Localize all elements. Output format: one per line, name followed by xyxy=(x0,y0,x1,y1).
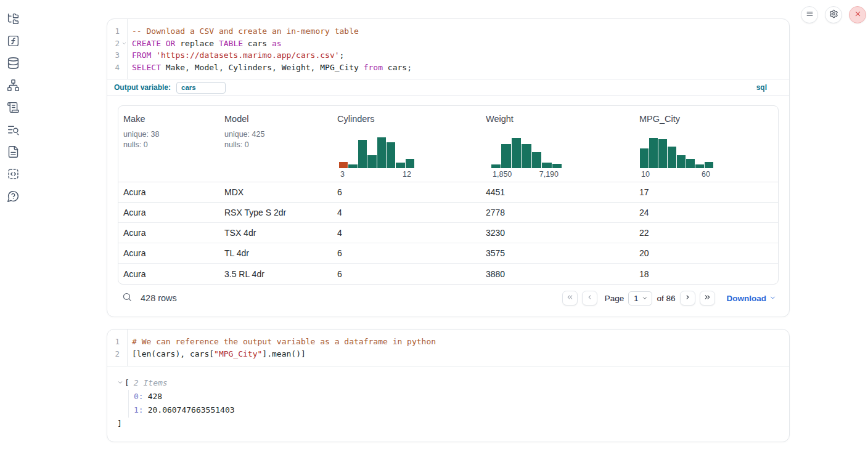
histogram-bar xyxy=(491,164,501,168)
sql-meta-row: Output variable: sql xyxy=(107,79,789,96)
histogram-bar xyxy=(377,137,386,168)
sidebar-item-datasources[interactable] xyxy=(6,57,20,71)
column-title: Cylinders xyxy=(337,114,374,124)
chevrons-right-icon xyxy=(703,293,711,303)
sidebar-item-snippets[interactable] xyxy=(6,168,20,182)
table-cell: 18 xyxy=(639,269,778,279)
folder-tree-icon xyxy=(7,12,20,27)
download-button[interactable]: Download xyxy=(727,294,777,303)
column-histogram: 1,8507,190 xyxy=(491,136,562,179)
histogram-bar xyxy=(396,163,404,168)
histogram-bar xyxy=(339,162,348,168)
table-row[interactable]: AcuraTL 4dr6357520 xyxy=(118,243,778,264)
sql-code-editor[interactable]: 1-- Download a CSV and create an in-memo… xyxy=(107,19,789,79)
column-stats: unique: 38nulls: 0 xyxy=(123,130,159,149)
output-variable-input[interactable] xyxy=(176,82,226,94)
menu-button[interactable] xyxy=(801,6,818,23)
hamburger-icon xyxy=(805,9,814,20)
histogram-bar xyxy=(640,148,649,168)
histogram-max-label: 7,190 xyxy=(539,170,559,179)
download-label: Download xyxy=(727,294,767,303)
sidebar-item-variables[interactable] xyxy=(6,34,20,49)
page-total-label: of 86 xyxy=(657,294,675,303)
table-cell: RSX Type S 2dr xyxy=(224,208,337,217)
table-cell: 6 xyxy=(337,248,486,258)
table-cell: 3575 xyxy=(486,248,639,258)
code-line[interactable]: 4SELECT Make, Model, Cylinders, Weight, … xyxy=(107,62,789,74)
pagination: Page 1 of 86 xyxy=(562,291,715,305)
chevron-right-icon xyxy=(684,293,692,303)
list-item-index: 0: xyxy=(134,392,144,401)
table-cell: 6 xyxy=(337,187,486,197)
chevrons-left-icon xyxy=(566,293,574,303)
table-cell: Acura xyxy=(123,187,224,197)
code-text: CREATE OR replace TABLE cars as xyxy=(127,38,282,50)
page-select[interactable]: 1 xyxy=(628,291,652,305)
column-header-make[interactable]: Makeunique: 38nulls: 0 xyxy=(123,106,224,182)
table-cell: TSX 4dr xyxy=(224,228,337,238)
column-header-weight[interactable]: Weight1,8507,190 xyxy=(486,106,639,182)
code-text: SELECT Make, Model, Cylinders, Weight, M… xyxy=(127,62,412,74)
histogram-bar xyxy=(668,147,676,168)
column-header-model[interactable]: Modelunique: 425nulls: 0 xyxy=(224,106,337,182)
first-page-button[interactable] xyxy=(562,291,578,305)
sidebar-item-scratchpad[interactable] xyxy=(6,101,20,115)
histogram-bar xyxy=(542,163,551,168)
python-code-editor[interactable]: 1# We can reference the output variable … xyxy=(107,330,789,366)
histogram-bar xyxy=(501,144,510,168)
histogram-bar xyxy=(658,139,667,168)
code-line[interactable]: 1-- Download a CSV and create an in-memo… xyxy=(107,25,789,38)
tree-collapse-toggle[interactable] xyxy=(117,378,125,387)
list-item: 0:428 xyxy=(134,390,779,404)
left-panel-sidebar xyxy=(0,0,26,204)
row-count: 428 rows xyxy=(141,293,177,303)
code-text: -- Download a CSV and create an in-memor… xyxy=(127,25,359,38)
sidebar-item-help[interactable] xyxy=(6,190,20,204)
chat-question-icon xyxy=(7,190,20,204)
settings-button[interactable] xyxy=(825,6,842,23)
column-stat: nulls: 0 xyxy=(123,140,159,149)
prev-page-button[interactable] xyxy=(582,291,597,305)
table-cell: Acura xyxy=(123,248,224,258)
histogram-bar xyxy=(512,138,521,168)
shutdown-button[interactable] xyxy=(849,6,866,23)
sidebar-item-file-explorer[interactable] xyxy=(6,12,20,26)
last-page-button[interactable] xyxy=(700,291,715,305)
output-variable-label: Output variable: xyxy=(114,83,171,92)
next-page-button[interactable] xyxy=(680,291,695,305)
histogram-bar xyxy=(649,138,658,168)
code-line[interactable]: 2CREATE OR replace TABLE cars as xyxy=(107,38,789,50)
sidebar-item-logs[interactable] xyxy=(6,123,20,137)
line-number: 4 xyxy=(115,62,127,74)
list-summary: 2 Items xyxy=(134,376,168,390)
sidebar-item-dependencies[interactable] xyxy=(6,79,20,93)
table-cell: 2778 xyxy=(486,208,639,217)
code-line[interactable]: 1# We can reference the output variable … xyxy=(107,336,789,348)
sql-cell: 1-- Download a CSV and create an in-memo… xyxy=(107,18,790,317)
python-cell: 1# We can reference the output variable … xyxy=(107,329,790,442)
column-header-cylinders[interactable]: Cylinders312 xyxy=(337,106,486,182)
code-square-icon xyxy=(7,168,20,182)
page-label: Page xyxy=(605,294,624,303)
table-cell: 17 xyxy=(639,187,778,197)
table-cell: Acura xyxy=(123,208,224,217)
column-title: MPG_City xyxy=(639,114,680,124)
sidebar-item-documentation[interactable] xyxy=(6,145,20,160)
histogram-bar xyxy=(695,164,704,168)
list-item-value: 20.060747663551403 xyxy=(148,405,235,415)
code-line[interactable]: 2[len(cars), cars["MPG_City"].mean()] xyxy=(107,348,789,360)
code-line[interactable]: 3FROM 'https://datasets.marimo.app/cars.… xyxy=(107,49,789,62)
table-cell: 3.5 RL 4dr xyxy=(224,269,337,279)
table-row[interactable]: Acura3.5 RL 4dr6388018 xyxy=(118,264,778,284)
histogram-bar xyxy=(358,140,367,168)
function-square-icon xyxy=(7,34,20,49)
table-row[interactable]: AcuraMDX6445117 xyxy=(118,182,778,203)
table-row[interactable]: AcuraTSX 4dr4323022 xyxy=(118,223,778,243)
code-text: FROM 'https://datasets.marimo.app/cars.c… xyxy=(127,49,344,62)
search-button[interactable] xyxy=(119,290,135,306)
table-header-row: Makeunique: 38nulls: 0Modelunique: 425nu… xyxy=(118,106,778,182)
fold-chevron-icon[interactable] xyxy=(121,41,127,46)
column-header-mpg_city[interactable]: MPG_City1060 xyxy=(639,106,778,182)
chevron-left-icon xyxy=(586,293,594,303)
table-row[interactable]: AcuraRSX Type S 2dr4277824 xyxy=(118,203,778,223)
